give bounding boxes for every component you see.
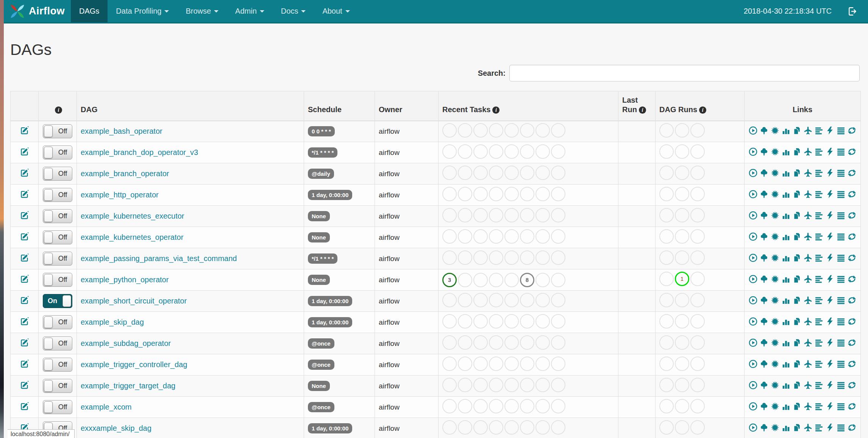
- task-state-circle[interactable]: [458, 144, 472, 159]
- task-tries-link[interactable]: [792, 232, 802, 241]
- task-state-circle[interactable]: [504, 273, 519, 287]
- dag-run-state-circle[interactable]: 1: [675, 272, 689, 286]
- task-state-circle[interactable]: [535, 399, 550, 413]
- task-state-circle[interactable]: [504, 208, 519, 222]
- task-state-circle[interactable]: [473, 166, 488, 180]
- task-state-circle[interactable]: [504, 187, 519, 201]
- refresh-link[interactable]: [847, 147, 857, 156]
- edit-dag-button[interactable]: [19, 253, 30, 263]
- task-state-circle[interactable]: [551, 187, 565, 201]
- dag-run-state-circle[interactable]: [659, 272, 674, 286]
- task-state-circle[interactable]: [551, 357, 565, 371]
- landing-times-link[interactable]: [803, 253, 813, 263]
- landing-times-link[interactable]: [803, 380, 813, 390]
- task-state-circle[interactable]: [489, 420, 503, 435]
- task-state-circle[interactable]: [551, 123, 565, 138]
- code-view-link[interactable]: [825, 338, 835, 347]
- task-state-circle[interactable]: [458, 250, 472, 265]
- trigger-dag-link[interactable]: [748, 147, 758, 156]
- gantt-view-link[interactable]: [814, 253, 824, 263]
- gantt-view-link[interactable]: [814, 423, 824, 432]
- task-state-circle[interactable]: [489, 166, 503, 180]
- nav-item-docs[interactable]: Docs: [273, 0, 314, 22]
- trigger-dag-link[interactable]: [748, 423, 758, 432]
- task-state-circle[interactable]: [458, 166, 472, 180]
- task-state-circle[interactable]: [520, 166, 534, 180]
- code-view-link[interactable]: [825, 402, 835, 411]
- task-state-circle[interactable]: [473, 208, 488, 222]
- dag-link[interactable]: exxxample_skip_dag: [81, 424, 151, 432]
- dag-pause-toggle[interactable]: Off: [43, 273, 72, 287]
- task-state-circle[interactable]: [551, 273, 565, 287]
- refresh-link[interactable]: [847, 211, 857, 220]
- dag-pause-toggle[interactable]: Off: [43, 400, 72, 414]
- dag-pause-toggle[interactable]: Off: [43, 379, 72, 393]
- dag-pause-toggle[interactable]: Off: [43, 167, 72, 181]
- schedule-badge[interactable]: 1 day, 0:00:00: [308, 423, 352, 433]
- dag-run-state-circle[interactable]: [659, 420, 674, 435]
- task-state-circle[interactable]: [489, 378, 503, 392]
- task-state-circle[interactable]: 8: [520, 273, 534, 287]
- tree-view-link[interactable]: [759, 338, 769, 347]
- task-state-circle[interactable]: [442, 293, 457, 307]
- task-state-circle[interactable]: [442, 229, 457, 244]
- task-tries-link[interactable]: [792, 147, 802, 156]
- trigger-dag-link[interactable]: [748, 253, 758, 263]
- task-state-circle[interactable]: [520, 123, 534, 138]
- trigger-dag-link[interactable]: [748, 274, 758, 284]
- code-view-link[interactable]: [825, 189, 835, 199]
- dag-pause-toggle[interactable]: Off: [43, 230, 72, 244]
- task-state-circle[interactable]: [551, 166, 565, 180]
- task-duration-link[interactable]: [781, 232, 791, 241]
- task-state-circle[interactable]: [489, 187, 503, 201]
- gantt-view-link[interactable]: [814, 402, 824, 411]
- code-view-link[interactable]: [825, 359, 835, 369]
- landing-times-link[interactable]: [803, 168, 813, 178]
- task-state-circle[interactable]: [551, 208, 565, 222]
- dag-pause-toggle[interactable]: Off: [43, 209, 72, 223]
- dag-run-state-circle[interactable]: [659, 229, 674, 244]
- task-state-circle[interactable]: [551, 229, 565, 244]
- nav-item-admin[interactable]: Admin: [227, 0, 273, 22]
- refresh-link[interactable]: [847, 274, 857, 284]
- dag-link[interactable]: example_subdag_operator: [81, 339, 171, 347]
- dag-run-state-circle[interactable]: [659, 314, 674, 328]
- logs-link[interactable]: [836, 402, 846, 411]
- task-state-circle[interactable]: [473, 250, 488, 265]
- landing-times-link[interactable]: [803, 126, 813, 135]
- gantt-view-link[interactable]: [814, 274, 824, 284]
- task-state-circle[interactable]: [442, 144, 457, 159]
- task-state-circle[interactable]: [458, 399, 472, 413]
- code-view-link[interactable]: [825, 296, 835, 305]
- edit-dag-button[interactable]: [19, 189, 30, 199]
- tree-view-link[interactable]: [759, 126, 769, 135]
- task-state-circle[interactable]: [520, 208, 534, 222]
- tree-view-link[interactable]: [759, 359, 769, 369]
- task-tries-link[interactable]: [792, 253, 802, 263]
- gantt-view-link[interactable]: [814, 380, 824, 390]
- task-state-circle[interactable]: [551, 378, 565, 392]
- task-tries-link[interactable]: [792, 338, 802, 347]
- task-state-circle[interactable]: [442, 399, 457, 413]
- logs-link[interactable]: [836, 168, 846, 178]
- dag-pause-toggle[interactable]: Off: [43, 145, 72, 160]
- dag-pause-toggle[interactable]: On: [43, 294, 72, 308]
- task-state-circle[interactable]: [489, 293, 503, 307]
- tree-view-link[interactable]: [759, 423, 769, 432]
- dag-pause-toggle[interactable]: Off: [43, 358, 72, 372]
- task-tries-link[interactable]: [792, 296, 802, 305]
- schedule-badge[interactable]: 1 day, 0:00:00: [308, 190, 352, 200]
- graph-view-link[interactable]: [770, 380, 780, 390]
- dag-run-state-circle[interactable]: [675, 314, 689, 328]
- schedule-badge[interactable]: @once: [308, 360, 334, 370]
- task-state-circle[interactable]: [551, 314, 565, 328]
- task-state-circle[interactable]: [489, 357, 503, 371]
- task-state-circle[interactable]: [535, 208, 550, 222]
- dag-run-state-circle[interactable]: [690, 378, 705, 392]
- task-state-circle[interactable]: [504, 250, 519, 265]
- dag-link[interactable]: example_passing_params_via_test_command: [81, 254, 237, 263]
- logs-link[interactable]: [836, 189, 846, 199]
- trigger-dag-link[interactable]: [748, 296, 758, 305]
- schedule-badge[interactable]: @once: [308, 338, 334, 349]
- task-state-circle[interactable]: [535, 357, 550, 371]
